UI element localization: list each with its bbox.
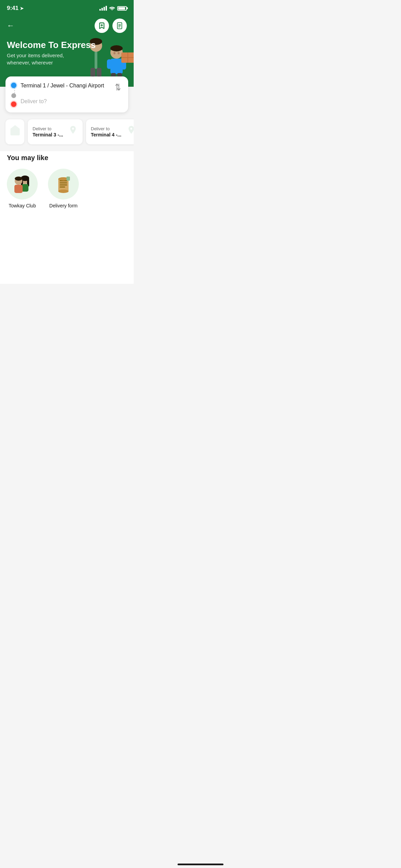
delivery-form-illustration — [51, 172, 75, 196]
terminal3-label: Deliver to — [33, 126, 63, 131]
location-card[interactable]: Terminal 1 / Jewel - Changi Airport Deli… — [5, 76, 128, 112]
hero-actions — [95, 19, 127, 33]
svg-rect-45 — [66, 177, 70, 181]
home-quick-card[interactable] — [5, 119, 24, 144]
svg-point-44 — [58, 190, 69, 193]
hero-title: Welcome To Express — [7, 40, 127, 50]
destination-location[interactable]: Deliver to? — [21, 98, 47, 104]
delivery-form-label: Delivery form — [49, 203, 77, 208]
bottom-spacer — [0, 215, 134, 284]
towkay-club-illustration — [10, 172, 34, 196]
terminal4-label: Deliver to — [91, 126, 121, 131]
terminal3-card-content: Deliver to Terminal 3 -... — [33, 126, 63, 137]
terminal4-card-content: Deliver to Terminal 4 -... — [91, 126, 121, 137]
svg-rect-41 — [60, 184, 67, 185]
bookmark-button[interactable] — [95, 19, 109, 33]
terminal3-quick-card[interactable]: Deliver to Terminal 3 -... — [28, 119, 83, 144]
status-time: 9:41 ➤ — [7, 5, 24, 12]
terminal3-location-icon — [68, 125, 78, 138]
hero-text: Welcome To Express Get your items delive… — [7, 40, 127, 66]
hero-subtitle: Get your items delivered,whenever, where… — [7, 52, 127, 66]
back-button[interactable]: ← — [7, 21, 14, 30]
terminal3-name: Terminal 3 -... — [33, 132, 63, 137]
wifi-icon — [109, 5, 115, 11]
receipt-button[interactable] — [112, 19, 127, 33]
time-display: 9:41 — [7, 5, 19, 12]
quick-cards-container: Deliver to Terminal 3 -... Deliver to Te… — [0, 117, 134, 150]
you-may-like-section: You may like — [0, 151, 134, 215]
swap-button[interactable] — [113, 82, 123, 94]
svg-rect-36 — [14, 185, 23, 193]
hero-nav: ← — [7, 19, 127, 33]
origin-location[interactable]: Terminal 1 / Jewel - Changi Airport — [21, 83, 104, 88]
terminal4-name: Terminal 4 -... — [91, 132, 121, 137]
section-title: You may like — [7, 154, 127, 162]
terminal4-location-icon — [126, 125, 134, 138]
delivery-form-icon-circle — [48, 169, 79, 200]
battery-icon — [117, 6, 127, 11]
svg-point-35 — [15, 177, 22, 181]
towkay-club-item[interactable]: Towkay Club — [7, 169, 38, 208]
delivery-form-item[interactable]: Delivery form — [48, 169, 79, 208]
svg-rect-42 — [60, 186, 65, 188]
towkay-club-label: Towkay Club — [9, 203, 36, 208]
signal-icon — [99, 6, 107, 11]
origin-dot — [11, 83, 16, 88]
location-arrow-icon: ➤ — [20, 6, 24, 11]
terminal4-quick-card[interactable]: Deliver to Terminal 4 -... — [86, 119, 134, 144]
category-grid: Towkay Club — [7, 169, 127, 208]
status-icons — [99, 5, 127, 11]
svg-rect-40 — [60, 182, 67, 183]
hero-section: ← Welcome To Express Get your items deli… — [0, 14, 134, 87]
route-dots — [14, 88, 15, 93]
destination-dot — [11, 101, 16, 107]
mid-waypoint-dot — [11, 93, 16, 98]
status-bar: 9:41 ➤ — [0, 0, 134, 14]
home-icon — [9, 124, 21, 140]
towkay-club-icon-circle — [7, 169, 38, 200]
